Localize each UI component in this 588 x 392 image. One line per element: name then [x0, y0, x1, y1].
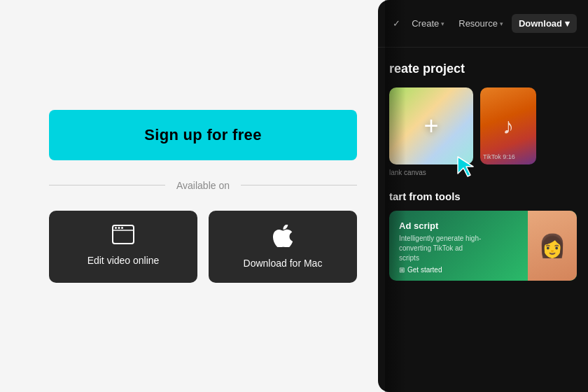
canvas-card-container: + lank canvas	[389, 88, 473, 176]
edit-online-label: Edit video online	[88, 255, 160, 266]
available-on-label: Available on	[176, 180, 230, 191]
tools-section: tart from tools Ad script Intelligently …	[389, 190, 577, 281]
create-project-title: reate project	[389, 62, 577, 76]
new-project-card[interactable]: +	[389, 88, 473, 164]
signup-button[interactable]: Sign up for free	[49, 110, 357, 160]
nav-create[interactable]: Create ▾	[406, 14, 450, 33]
plus-icon: +	[424, 111, 438, 141]
nav-bar: ✓ Create ▾ Resource ▾ Download ▾	[378, 0, 588, 48]
tool-card-desc: Intelligently generate high-converting T…	[399, 234, 483, 263]
available-on-row: Available on	[49, 180, 357, 191]
svg-point-3	[118, 227, 120, 229]
tiktok-card-container: ♪ TikTok 9:16	[480, 88, 536, 176]
main-content: reate project + lank canvas ♪	[378, 48, 588, 295]
browser-icon	[112, 225, 134, 248]
nav-ellipsis: ✓	[390, 14, 403, 33]
chevron-down-icon: ▾	[441, 20, 444, 27]
tiktok-icon: ♪	[503, 113, 514, 139]
tiktok-card-label: TikTok 9:16	[483, 153, 515, 160]
ad-script-tool-card[interactable]: Ad script Intelligently generate high-co…	[389, 211, 577, 281]
tools-title: tart from tools	[389, 190, 577, 202]
blank-canvas-label: lank canvas	[389, 169, 473, 176]
right-panel: ✓ Create ▾ Resource ▾ Download ▾ reate p…	[378, 0, 588, 392]
person-image: 👩	[528, 211, 577, 281]
download-mac-button[interactable]: Download for Mac	[209, 211, 357, 283]
svg-point-4	[121, 227, 123, 229]
tool-card-footer: ⊞ Get started	[399, 266, 442, 274]
edit-online-button[interactable]: Edit video online	[49, 211, 197, 283]
nav-download[interactable]: Download ▾	[512, 14, 577, 33]
apple-icon	[273, 225, 293, 251]
get-started-icon: ⊞	[399, 266, 405, 274]
project-cards: + lank canvas ♪ TikTok 9:16	[389, 88, 577, 176]
svg-point-2	[115, 227, 117, 229]
divider-right	[241, 185, 357, 186]
divider-left	[49, 185, 165, 186]
chevron-down-icon: ▾	[565, 18, 570, 29]
download-mac-label: Download for Mac	[244, 258, 323, 269]
platform-buttons: Edit video online Download for Mac	[49, 211, 357, 283]
tiktok-project-card[interactable]: ♪ TikTok 9:16	[480, 88, 536, 164]
nav-resource[interactable]: Resource ▾	[453, 14, 509, 33]
chevron-down-icon: ▾	[500, 20, 503, 27]
left-panel: Sign up for free Available on Edit video…	[0, 0, 406, 392]
get-started-label[interactable]: Get started	[407, 266, 442, 274]
